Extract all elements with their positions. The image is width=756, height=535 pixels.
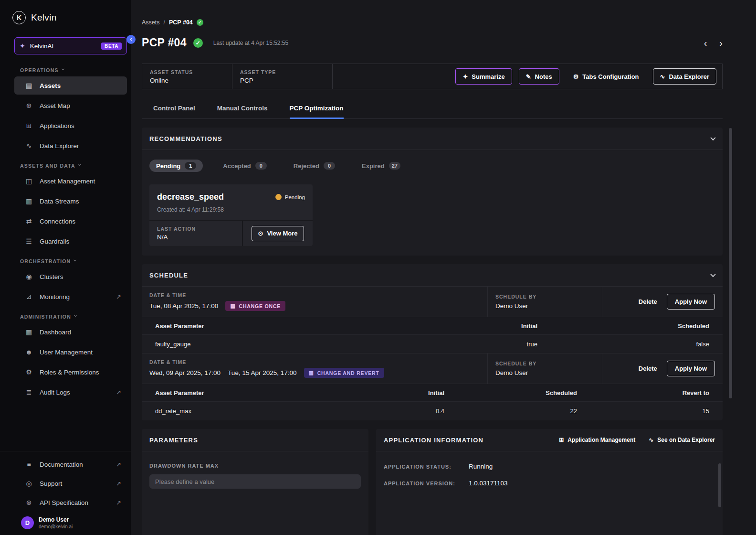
- see-on-data-explorer-label: See on Data Explorer: [657, 437, 715, 443]
- collapse-schedule-button[interactable]: [710, 272, 715, 277]
- sidebar-item-dashboard[interactable]: ▦ Dashboard: [14, 323, 127, 341]
- tab-control-panel[interactable]: Control Panel: [153, 101, 195, 119]
- delete-button[interactable]: Delete: [633, 294, 663, 309]
- schedule-by-label: SCHEDULE BY: [495, 294, 594, 300]
- sidebar-item-support[interactable]: ◎ Support ↗: [14, 474, 127, 492]
- sidebar-item-guardrails[interactable]: ☰ Guardrails: [14, 232, 127, 250]
- filter-count-badge: 1: [185, 162, 196, 170]
- filter-expired[interactable]: Expired 27: [355, 160, 407, 172]
- kelvinai-label: KelvinAI: [30, 43, 54, 50]
- tab-manual-controls[interactable]: Manual Controls: [217, 101, 268, 119]
- notes-label: Notes: [535, 73, 552, 80]
- apply-now-button[interactable]: Apply Now: [667, 294, 715, 310]
- sidebar-section-operations[interactable]: OPERATIONS: [20, 67, 127, 73]
- sidebar-item-roles-permissions[interactable]: ⚙ Roles & Permissions: [14, 363, 127, 381]
- asset-type-value: PCP: [240, 77, 325, 84]
- sidebar-collapse-button[interactable]: ‹: [126, 35, 136, 44]
- sidebar: K Kelvin ✦ KelvinAI BETA OPERATIONS ▤ As…: [0, 0, 131, 535]
- last-action-cell: LAST ACTION N/A: [149, 221, 243, 246]
- parameter-name: dd_rate_max: [155, 407, 349, 415]
- sidebar-item-user-management[interactable]: ☻ User Management: [14, 343, 127, 361]
- scheduled-value: 22: [444, 407, 577, 415]
- column-scheduled: Scheduled: [444, 389, 577, 396]
- summarize-button[interactable]: ✦ Summarize: [455, 68, 512, 85]
- sidebar-item-data-streams[interactable]: ▥ Data Streams: [14, 192, 127, 210]
- column-initial: Initial: [349, 389, 444, 396]
- filter-pending[interactable]: Pending 1: [149, 160, 203, 172]
- filter-count-badge: 0: [255, 162, 267, 170]
- tabs-configuration-button[interactable]: ⚙ Tabs Configuration: [566, 68, 646, 85]
- sidebar-item-assets[interactable]: ▤ Assets: [14, 76, 127, 95]
- last-action-value: N/A: [157, 234, 234, 241]
- sidebar-item-connections[interactable]: ⇄ Connections: [14, 212, 127, 230]
- application-version-row: APPLICATION VERSION: 1.0.03171103: [384, 480, 715, 487]
- application-status-row: APPLICATION STATUS: Running: [384, 463, 715, 470]
- fence-icon: ☰: [25, 237, 33, 245]
- pulse-icon: ∿: [649, 437, 653, 443]
- globe-icon: ⊕: [25, 102, 33, 109]
- main-scrollbar[interactable]: [729, 128, 732, 398]
- external-link-icon: ↗: [116, 480, 121, 487]
- sidebar-item-data-explorer[interactable]: ∿ Data Explorer: [14, 137, 127, 155]
- schedule-entry: DATE & TIME Wed, 09 Apr 2025, 17:00 Tue,…: [142, 353, 723, 420]
- sidebar-item-monitoring[interactable]: ⊿ Monitoring ↗: [14, 288, 127, 306]
- parameter-name: faulty_gauge: [155, 341, 442, 348]
- bottom-panels: PARAMETERS DRAWDOWN RATE MAX APPLICATION…: [142, 429, 723, 535]
- tab-pcp-optimization[interactable]: PCP Optimization: [290, 101, 344, 119]
- filter-accepted[interactable]: Accepted 0: [216, 160, 273, 172]
- application-info-title: APPLICATION INFORMATION: [384, 437, 483, 444]
- recommendation-card-top: decrease_speed Pending Created at: 4 Apr…: [149, 184, 313, 220]
- apply-now-button[interactable]: Apply Now: [667, 361, 715, 376]
- data-explorer-button[interactable]: ∿ Data Explorer: [653, 68, 716, 85]
- change-once-badge: ▦ CHANGE ONCE: [225, 301, 285, 311]
- collapse-recommendations-button[interactable]: [710, 135, 715, 140]
- sidebar-item-documentation[interactable]: ≡ Documentation ↗: [14, 455, 127, 473]
- next-asset-button[interactable]: ›: [719, 38, 723, 48]
- external-link-icon: ↗: [116, 293, 121, 300]
- filter-label: Pending: [156, 162, 180, 170]
- drawdown-rate-max-input[interactable]: [149, 474, 361, 489]
- view-more-button[interactable]: ⊙ View More: [252, 226, 304, 241]
- eye-icon: ⊙: [258, 230, 263, 237]
- user-menu[interactable]: D Demo User demo@kelvin.ai: [21, 516, 127, 529]
- tabs-configuration-label: Tabs Configuration: [582, 73, 639, 80]
- schedule-revert-datetime: Tue, 15 Apr 2025, 17:00: [228, 369, 296, 376]
- notes-button[interactable]: ✎ Notes: [519, 68, 559, 85]
- sidebar-section-orchestration[interactable]: ORCHESTRATION: [20, 258, 127, 264]
- sidebar-item-clusters[interactable]: ◉ Clusters: [14, 268, 127, 286]
- people-icon: ☻: [25, 348, 33, 356]
- sidebar-item-kelvinai[interactable]: ✦ KelvinAI BETA: [14, 37, 127, 54]
- sidebar-section-assets-and-data[interactable]: ASSETS AND DATA: [20, 163, 127, 169]
- sidebar-item-audit-logs[interactable]: ≣ Audit Logs ↗: [14, 383, 127, 401]
- sidebar-item-asset-management[interactable]: ◫ Asset Management: [14, 172, 127, 190]
- application-info-scrollbar[interactable]: [718, 463, 721, 507]
- prev-asset-button[interactable]: ‹: [704, 38, 707, 48]
- sidebar-item-label: Audit Logs: [40, 389, 70, 396]
- main-content: Assets / PCP #04 ✓ PCP #04 ✓ Last update…: [131, 0, 756, 535]
- delete-button[interactable]: Delete: [633, 361, 663, 376]
- grid-icon: ⊞: [559, 437, 564, 443]
- schedule-entry-info: DATE & TIME Tue, 08 Apr 2025, 17:00 ▦ CH…: [142, 287, 723, 317]
- sidebar-item-applications[interactable]: ⊞ Applications: [14, 117, 127, 135]
- breadcrumb: Assets / PCP #04 ✓: [142, 0, 723, 26]
- sidebar-item-asset-map[interactable]: ⊕ Asset Map: [14, 96, 127, 115]
- boxes-icon: ◫: [25, 177, 33, 185]
- app-root: ‹ K Kelvin ✦ KelvinAI BETA OPERATIONS ▤ …: [0, 0, 756, 535]
- schedule-datetime: Tue, 08 Apr 2025, 17:00: [149, 302, 218, 310]
- application-management-link[interactable]: ⊞ Application Management: [559, 437, 635, 443]
- filter-rejected[interactable]: Rejected 0: [287, 160, 342, 172]
- sidebar-item-api-specification[interactable]: ⊛ API Specification ↗: [14, 493, 127, 512]
- status-badge: Pending: [275, 194, 305, 200]
- sidebar-section-administration[interactable]: ADMINISTRATION: [20, 314, 127, 320]
- breadcrumb-assets[interactable]: Assets: [142, 19, 160, 26]
- app-logo[interactable]: K Kelvin: [0, 0, 131, 35]
- asset-type-label: ASSET TYPE: [240, 69, 325, 75]
- asset-status-value: Online: [150, 77, 224, 84]
- api-icon: ⊛: [25, 499, 33, 506]
- column-asset-parameter: Asset Parameter: [155, 322, 442, 330]
- scheduled-value: false: [537, 341, 709, 348]
- see-on-data-explorer-link[interactable]: ∿ See on Data Explorer: [649, 437, 715, 443]
- sidebar-item-label: Applications: [40, 122, 74, 129]
- sidebar-footer: ≡ Documentation ↗ ◎ Support ↗ ⊛ API Spec…: [0, 451, 131, 535]
- sidebar-item-label: API Specification: [40, 499, 88, 506]
